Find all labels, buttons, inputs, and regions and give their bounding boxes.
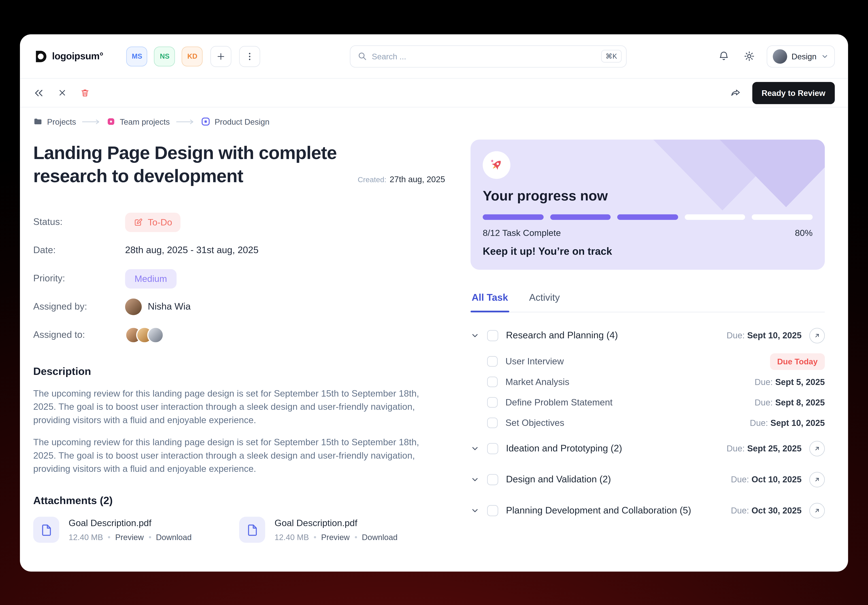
group-right: Due: Oct 10, 2025: [731, 472, 825, 487]
add-workspace-button[interactable]: [211, 46, 232, 67]
open-group-button[interactable]: [809, 472, 825, 487]
open-group-button[interactable]: [809, 441, 825, 456]
checkbox[interactable]: [487, 397, 498, 408]
task-tabs: All Task Activity: [471, 292, 825, 312]
checkbox[interactable]: [487, 417, 498, 428]
open-group-button[interactable]: [809, 503, 825, 518]
ready-to-review-button[interactable]: Ready to Review: [752, 82, 835, 104]
task-list: Research and Planning (4) Due: Sept 10, …: [471, 320, 825, 526]
created-value: 27th aug, 2025: [390, 174, 445, 184]
account-menu-button[interactable]: Design: [767, 45, 835, 67]
task-detail-panel: Projects Team projects: [20, 107, 458, 571]
dot-separator: [314, 536, 316, 538]
preview-link[interactable]: Preview: [321, 533, 350, 542]
progress-segment: [685, 214, 745, 220]
assigned-by-user: Nisha Wia: [125, 298, 191, 315]
breadcrumb-item-product-design[interactable]: Product Design: [201, 117, 270, 126]
workspace-chip-ns[interactable]: NS: [154, 46, 175, 66]
double-chevron-left-icon: [33, 87, 44, 98]
subtask-right: Due: Sept 10, 2025: [750, 418, 825, 428]
checkbox[interactable]: [487, 330, 498, 341]
arrow-up-right-icon: [814, 445, 820, 452]
search-icon: [357, 51, 367, 61]
attachment-size: 12.40 MB: [69, 533, 103, 542]
priority-badge[interactable]: Medium: [125, 269, 177, 288]
task-group-header: Design and Validation (2) Due: Oct 10, 2…: [471, 464, 825, 495]
workspace-chip-kd[interactable]: KD: [182, 46, 203, 66]
more-options-button[interactable]: [239, 46, 260, 67]
created-label: Created:: [358, 175, 386, 184]
open-group-button[interactable]: [809, 328, 825, 343]
chevron-down-icon[interactable]: [471, 475, 479, 484]
team-projects-icon: [107, 118, 115, 126]
status-value: To-Do: [148, 217, 172, 227]
status-label: Status:: [33, 217, 125, 228]
group-right: Due: Sept 25, 2025: [727, 441, 825, 456]
due-date: Oct 30, 2025: [752, 506, 801, 515]
checkbox[interactable]: [487, 474, 498, 485]
task-group-header: Planning Development and Collaboration (…: [471, 495, 825, 526]
attachments-heading: Attachments (2): [33, 495, 445, 507]
account-label: Design: [792, 52, 817, 60]
breadcrumb-label: Product Design: [215, 117, 270, 126]
title-row: Landing Page Design with complete resear…: [33, 141, 445, 188]
arrow-up-right-icon: [814, 507, 820, 514]
task-group-header: Ideation and Prototyping (2) Due: Sept 2…: [471, 433, 825, 464]
due-label: Due:: [755, 397, 773, 407]
breadcrumb-arrow-icon: [176, 119, 195, 124]
bell-icon: [718, 50, 730, 62]
download-link[interactable]: Download: [156, 533, 192, 542]
theme-toggle-button[interactable]: [741, 48, 758, 65]
close-icon: [57, 88, 67, 98]
breadcrumb-item-team-projects[interactable]: Team projects: [107, 117, 170, 126]
tab-activity[interactable]: Activity: [528, 292, 561, 312]
close-task-button[interactable]: [57, 88, 67, 98]
delete-task-button[interactable]: [80, 88, 90, 98]
download-link[interactable]: Download: [362, 533, 397, 542]
checkbox[interactable]: [487, 377, 498, 387]
chevron-down-icon[interactable]: [471, 444, 479, 453]
navbar-left: logoipsum° MS NS KD: [33, 46, 260, 67]
avatar: [147, 327, 164, 343]
pdf-file-icon: [239, 517, 265, 543]
due-date: Sept 25, 2025: [747, 444, 801, 453]
product-design-icon: [201, 117, 210, 126]
encouragement-text: Keep it up! You’re on track: [483, 245, 812, 258]
chevron-down-icon: [821, 52, 829, 60]
due-today-badge: Due Today: [770, 353, 825, 370]
tab-all-task[interactable]: All Task: [471, 292, 509, 312]
chevron-down-icon[interactable]: [471, 506, 479, 515]
workspace-chip-ms[interactable]: MS: [126, 46, 147, 66]
user-avatar: [773, 49, 787, 64]
page-title: Landing Page Design with complete resear…: [33, 141, 388, 188]
app-logo: logoipsum°: [33, 49, 103, 64]
checkbox[interactable]: [487, 505, 498, 516]
search-bar[interactable]: ⌘K: [350, 45, 626, 67]
task-group-title: Design and Validation (2): [506, 474, 611, 485]
attachment-item: Goal Description.pdf 12.40 MB Preview Do…: [33, 517, 239, 543]
share-button[interactable]: [730, 87, 741, 98]
search-input[interactable]: [372, 52, 596, 60]
task-group-title: Planning Development and Collaboration (…: [506, 505, 691, 516]
collapse-panel-button[interactable]: [33, 87, 44, 98]
navbar-right: Design: [716, 45, 835, 67]
assigned-to-avatars: [125, 327, 164, 343]
checkbox[interactable]: [487, 443, 498, 454]
due-label: Due:: [727, 331, 745, 340]
attachments-list: Goal Description.pdf 12.40 MB Preview Do…: [33, 517, 445, 543]
chevron-down-icon[interactable]: [471, 331, 479, 340]
breadcrumb-item-projects[interactable]: Projects: [33, 117, 76, 126]
trash-icon: [80, 88, 90, 98]
notifications-button[interactable]: [716, 48, 732, 65]
checkbox[interactable]: [487, 356, 498, 366]
arrow-up-right-icon: [814, 332, 820, 339]
app-window: logoipsum° MS NS KD ⌘K: [20, 34, 848, 571]
progress-segment: [617, 214, 678, 220]
status-badge[interactable]: To-Do: [125, 213, 180, 232]
assigned-to-label: Assigned to:: [33, 329, 125, 340]
preview-link[interactable]: Preview: [115, 533, 144, 542]
assigned-by-label: Assigned by:: [33, 301, 125, 312]
avatar: [125, 298, 142, 315]
due-date: Oct 10, 2025: [752, 475, 801, 484]
subtask-row: Define Problem Statement Due: Sept 8, 20…: [471, 392, 825, 413]
